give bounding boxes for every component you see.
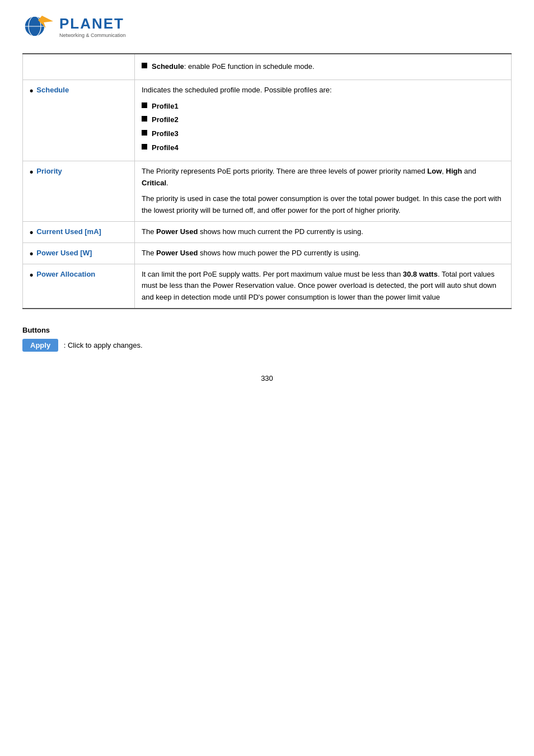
content-table: Schedule: enable PoE function in schedul…: [22, 53, 512, 309]
power-allocation-label-cell: • Power Allocation: [23, 264, 135, 309]
profile3-label: Profile3: [152, 128, 179, 140]
power-allocation-content-cell: It can limit the port PoE supply watts. …: [135, 264, 512, 309]
current-used-bullet: •: [30, 227, 33, 237]
apply-button-row: Apply : Click to apply changes.: [22, 339, 512, 352]
schedule-label-cell: • Schedule: [23, 80, 135, 161]
priority-desc2: The priority is used in case the total p…: [142, 193, 504, 217]
empty-label-cell: [23, 54, 135, 80]
planet-logo-icon: [22, 11, 56, 42]
profile2-label: Profile2: [152, 114, 179, 126]
current-used-row: • Current Used [mA] The Power Used shows…: [23, 221, 512, 242]
table-row: Schedule: enable PoE function in schedul…: [23, 54, 512, 80]
power-allocation-label: Power Allocation: [36, 270, 95, 278]
power-used-desc: The Power Used shows how much power the …: [142, 249, 360, 257]
apply-button[interactable]: Apply: [22, 339, 58, 352]
profile1-label: Profile1: [152, 101, 179, 113]
schedule-content-cell: Indicates the scheduled profile mode. Po…: [135, 80, 512, 161]
schedule-mode-bold: Schedule: [152, 62, 184, 71]
power-used-row: • Power Used [W] The Power Used shows ho…: [23, 242, 512, 264]
bullet-square-icon: [142, 63, 147, 68]
current-used-label: Current Used [mA]: [36, 227, 101, 236]
apply-desc: : Click to apply changes.: [64, 341, 143, 349]
schedule-desc: Indicates the scheduled profile mode. Po…: [142, 85, 504, 96]
power-allocation-desc: It can limit the port PoE supply watts. …: [142, 270, 496, 302]
priority-bullet: •: [30, 167, 33, 177]
priority-desc1: The Priority represents PoE ports priori…: [142, 166, 504, 189]
power-used-label: Power Used [W]: [36, 249, 92, 257]
priority-label-cell: • Priority: [23, 161, 135, 221]
logo-text: PLANET Networking & Communication: [59, 15, 126, 38]
logo-sub-label: Networking & Communication: [59, 32, 126, 38]
page-header: PLANET Networking & Communication: [22, 11, 512, 42]
schedule-label: Schedule: [36, 86, 69, 94]
schedule-mode-content: Schedule: enable PoE function in schedul…: [135, 54, 512, 80]
schedule-row: • Schedule Indicates the scheduled profi…: [23, 80, 512, 161]
profile4-label: Profile4: [152, 142, 179, 154]
power-used-content-cell: The Power Used shows how much power the …: [135, 242, 512, 264]
profile2-bullet-icon: [142, 116, 147, 122]
profile4-bullet-icon: [142, 144, 147, 150]
schedule-bullet: •: [30, 86, 33, 96]
power-used-label-cell: • Power Used [W]: [23, 242, 135, 264]
current-used-content-cell: The Power Used shows how much current th…: [135, 221, 512, 242]
current-used-desc: The Power Used shows how much current th…: [142, 227, 363, 236]
power-allocation-bullet: •: [30, 270, 33, 280]
priority-label: Priority: [36, 167, 62, 175]
page-number: 330: [22, 374, 512, 382]
logo: PLANET Networking & Communication: [22, 11, 126, 42]
current-used-label-cell: • Current Used [mA]: [23, 221, 135, 242]
priority-row: • Priority The Priority represents PoE p…: [23, 161, 512, 221]
schedule-mode-text: Schedule: enable PoE function in schedul…: [152, 61, 315, 73]
logo-planet-label: PLANET: [59, 15, 126, 32]
profile3-bullet-icon: [142, 130, 147, 136]
power-used-bullet: •: [30, 249, 33, 259]
priority-content-cell: The Priority represents PoE ports priori…: [135, 161, 512, 221]
power-allocation-row: • Power Allocation It can limit the port…: [23, 264, 512, 309]
buttons-section: Buttons Apply : Click to apply changes.: [22, 326, 512, 352]
profile1-bullet-icon: [142, 102, 147, 108]
buttons-section-title: Buttons: [22, 326, 512, 334]
